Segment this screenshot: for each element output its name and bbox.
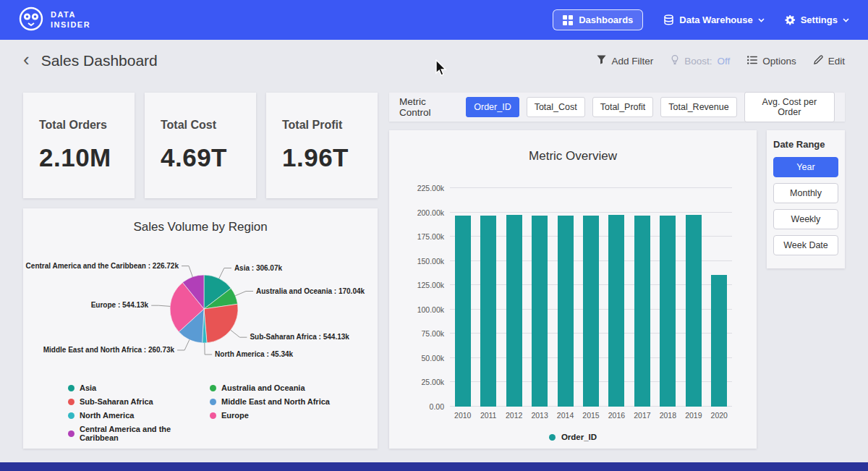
y-axis-tick: 150.00k xyxy=(408,257,444,266)
boost-value: Off xyxy=(717,56,730,67)
y-axis-tick: 75.00k xyxy=(408,329,444,338)
pie-legend-item-europe[interactable]: Europe xyxy=(210,411,378,420)
right-column: Metric Control Order_IDTotal_CostTotal_P… xyxy=(389,93,845,449)
date-range-button-year[interactable]: Year xyxy=(773,157,838,177)
pie-chart-title: Sales Volume by Region xyxy=(23,220,378,234)
bar-slot xyxy=(629,188,655,407)
nav-data-warehouse[interactable]: Data Warehouse xyxy=(663,14,764,25)
x-axis-label: 2017 xyxy=(629,411,655,420)
gear-icon xyxy=(785,14,796,25)
nav-dashboards[interactable]: Dashboards xyxy=(553,9,643,30)
legend-label: Order_ID xyxy=(561,433,597,441)
pencil-icon xyxy=(814,55,823,67)
metric-button-total-revenue[interactable]: Total_Revenue xyxy=(660,97,736,117)
nav-data-warehouse-label: Data Warehouse xyxy=(679,14,752,25)
legend-dot xyxy=(210,412,216,419)
date-range-button-weekly[interactable]: Weekly xyxy=(773,209,838,229)
database-icon xyxy=(663,14,674,25)
main-content: Total Orders2.10MTotal Cost4.69TTotal Pr… xyxy=(0,82,868,449)
legend-dot xyxy=(68,412,75,419)
bar-chart-card: Metric Overview 225.00k200.00k175.00k150… xyxy=(389,130,757,449)
x-axis-label: 2014 xyxy=(553,411,578,420)
bar-2018[interactable] xyxy=(660,216,676,407)
back-button[interactable]: ‹ xyxy=(23,50,30,72)
x-axis-label: 2010 xyxy=(450,411,475,420)
metric-button-total-profit[interactable]: Total_Profit xyxy=(592,97,654,117)
owl-logo-icon xyxy=(19,7,43,34)
pie-legend-item-north-america[interactable]: North America xyxy=(68,411,210,420)
nav-settings[interactable]: Settings xyxy=(785,14,849,25)
bar-2013[interactable] xyxy=(532,216,548,407)
bar-slot xyxy=(681,188,706,407)
edit-label: Edit xyxy=(828,56,845,67)
x-axis-label: 2015 xyxy=(578,411,603,420)
pie-legend-item-central-america-and-the-caribbean[interactable]: Central America and the Caribbean xyxy=(68,425,210,442)
add-filter-button[interactable]: Add Filter xyxy=(597,55,653,67)
pie-legend-item-australia-and-oceania[interactable]: Australia and Oceania xyxy=(210,383,378,392)
chevron-down-icon xyxy=(758,18,765,22)
pie-slice-label: Europe : 544.13k xyxy=(91,301,149,309)
header-actions: Add Filter Boost: Off xyxy=(597,55,845,67)
y-axis-tick: 175.00k xyxy=(408,232,444,241)
legend-label: Middle East and North Africa xyxy=(221,397,330,406)
pie-svg[interactable]: Asia : 306.07kAustralia and Oceania : 17… xyxy=(23,239,378,381)
legend-label: Europe xyxy=(221,411,249,420)
pie-label-connector xyxy=(219,268,231,279)
boost-balloon-icon xyxy=(671,55,679,67)
pie-slice-label: North America : 45.34k xyxy=(215,350,293,358)
bar-slot xyxy=(578,188,603,407)
y-axis-tick: 125.00k xyxy=(408,281,444,289)
bar-2010[interactable] xyxy=(455,216,471,407)
bar-chart-plot[interactable]: 225.00k200.00k175.00k150.00k125.00k100.0… xyxy=(450,188,732,407)
pie-legend-item-sub-saharan-africa[interactable]: Sub-Saharan Africa xyxy=(68,397,210,406)
dashboard-header: ‹ Sales Dashboard Add Filter Boost: Off xyxy=(0,40,868,82)
pie-slice-sub-saharan-africa[interactable] xyxy=(204,304,238,343)
x-axis-label: 2016 xyxy=(604,411,629,420)
pie-label-connector xyxy=(231,330,247,337)
pie-legend-item-middle-east-and-north-africa[interactable]: Middle East and North Africa xyxy=(210,397,378,406)
bar-chart-legend: Order_ID xyxy=(408,433,738,441)
boost-toggle[interactable]: Boost: Off xyxy=(671,55,730,67)
legend-dot xyxy=(68,385,75,391)
bar-slot xyxy=(501,188,527,407)
boost-label: Boost: xyxy=(684,56,712,67)
brand[interactable]: DATA INSIDER xyxy=(19,7,90,34)
legend-dot xyxy=(68,430,75,437)
edit-button[interactable]: Edit xyxy=(814,55,845,67)
metric-button-avg-cost-per-order[interactable]: Avg. Cost per Order xyxy=(744,92,835,122)
metric-button-order-id[interactable]: Order_ID xyxy=(466,97,519,117)
kpi-row: Total Orders2.10MTotal Cost4.69TTotal Pr… xyxy=(23,93,378,198)
bar-2019[interactable] xyxy=(686,215,702,407)
date-range-button-monthly[interactable]: Monthly xyxy=(773,183,838,203)
chevron-down-icon xyxy=(843,18,849,22)
pie-label-connector xyxy=(182,266,192,277)
navbar-menu: Dashboards Data Warehouse xyxy=(553,9,849,30)
bar-slot xyxy=(450,188,475,407)
pie-label-connector xyxy=(205,343,212,355)
x-axis-label: 2013 xyxy=(527,411,552,420)
bar-2016[interactable] xyxy=(608,215,624,407)
x-axis-label: 2011 xyxy=(475,411,501,420)
app-root: DATA INSIDER Dashboards xyxy=(0,0,868,449)
legend-label: Sub-Saharan Africa xyxy=(80,397,153,406)
options-button[interactable]: Options xyxy=(747,56,796,67)
bar-2017[interactable] xyxy=(634,216,650,407)
legend-label: Asia xyxy=(80,383,96,392)
add-filter-label: Add Filter xyxy=(611,56,653,67)
pie-label-connector xyxy=(235,292,253,296)
bar-2015[interactable] xyxy=(583,216,599,407)
kpi-card-1: Total Orders2.10M xyxy=(23,93,135,198)
bar-2012[interactable] xyxy=(506,215,522,407)
y-axis-tick: 100.00k xyxy=(408,305,444,314)
legend-label: North America xyxy=(80,411,134,420)
date-range-button-week-date[interactable]: Week Date xyxy=(773,235,838,255)
bar-2011[interactable] xyxy=(480,216,496,407)
y-axis-tick: 200.00k xyxy=(408,208,444,217)
metric-button-total-cost[interactable]: Total_Cost xyxy=(527,97,585,117)
bar-2020[interactable] xyxy=(711,275,727,407)
kpi-label: Total Cost xyxy=(161,119,256,132)
bar-2014[interactable] xyxy=(558,216,574,407)
x-axis-label: 2019 xyxy=(681,411,706,420)
pie-legend-item-asia[interactable]: Asia xyxy=(68,383,210,392)
x-axis-label: 2020 xyxy=(707,411,732,420)
